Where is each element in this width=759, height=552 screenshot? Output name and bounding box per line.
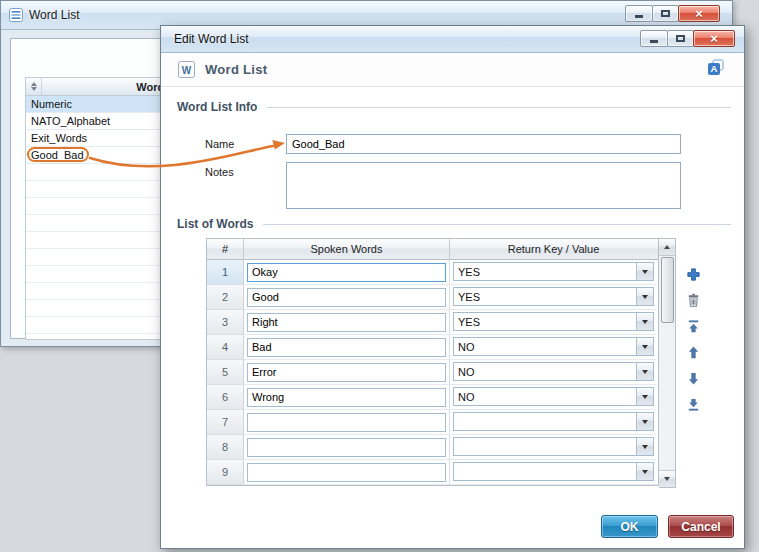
row-number: 5 — [207, 360, 244, 385]
row-number: 6 — [207, 385, 244, 410]
return-value-combobox[interactable]: YES — [453, 312, 654, 331]
scrollbar-thumb[interactable] — [661, 257, 674, 323]
ok-button[interactable]: OK — [601, 515, 658, 538]
return-value-cell — [450, 410, 657, 435]
word-row: 2 YES — [207, 285, 658, 310]
dialog-minimize-button[interactable] — [640, 30, 668, 47]
maximize-icon — [676, 35, 685, 42]
dialog-title: Edit Word List — [174, 32, 248, 46]
list-item-label: Good_Bad — [31, 149, 84, 161]
sort-icon[interactable] — [26, 78, 42, 95]
list-item-label: Numeric — [31, 98, 72, 110]
dialog-maximize-button[interactable] — [667, 30, 694, 47]
move-up-button[interactable] — [685, 344, 701, 360]
word-row: 5 NO — [207, 360, 658, 385]
row-number: 9 — [207, 460, 244, 485]
spoken-word-input[interactable] — [247, 463, 446, 482]
row-number: 4 — [207, 335, 244, 360]
words-table: # Spoken Words Return Key / Value 1 YES — [206, 238, 659, 486]
spoken-word-cell — [244, 410, 450, 435]
add-row-button[interactable] — [685, 266, 701, 282]
combobox-value: NO — [454, 391, 636, 403]
chevron-down-icon[interactable] — [636, 263, 653, 280]
dialog-window-controls: × — [641, 30, 735, 47]
chevron-down-icon[interactable] — [636, 338, 653, 355]
return-value-combobox[interactable]: NO — [453, 337, 654, 356]
chevron-down-icon[interactable] — [636, 438, 653, 455]
chevron-down-icon[interactable] — [636, 288, 653, 305]
return-value-combobox[interactable]: YES — [453, 287, 654, 306]
cancel-button[interactable]: Cancel — [668, 515, 734, 538]
return-value-combobox[interactable] — [453, 412, 654, 431]
minimize-button[interactable] — [625, 5, 653, 22]
spoken-word-input[interactable] — [247, 263, 446, 282]
close-button[interactable]: × — [678, 5, 720, 22]
delete-row-button[interactable] — [685, 292, 701, 308]
word-row: 7 — [207, 410, 658, 435]
chevron-down-icon[interactable] — [636, 463, 653, 480]
spoken-word-input[interactable] — [247, 338, 446, 357]
spoken-word-input[interactable] — [247, 288, 446, 307]
spoken-word-input[interactable] — [247, 363, 446, 382]
notes-field[interactable] — [286, 162, 681, 209]
minimize-icon — [635, 15, 643, 18]
return-value-cell — [450, 460, 657, 485]
words-table-body: 1 YES 2 YES — [206, 260, 659, 486]
language-icon[interactable]: A — [707, 59, 727, 81]
return-value-cell: NO — [450, 385, 657, 410]
words-table-header: # Spoken Words Return Key / Value — [206, 238, 659, 260]
return-value-combobox[interactable] — [453, 437, 654, 456]
return-value-cell: YES — [450, 285, 657, 310]
scroll-up-button[interactable] — [659, 239, 675, 256]
chevron-down-icon[interactable] — [636, 313, 653, 330]
chevron-down-icon[interactable] — [636, 388, 653, 405]
move-top-button[interactable] — [685, 318, 701, 334]
chevron-down-icon[interactable] — [636, 413, 653, 430]
list-item-label: Exit_Words — [31, 132, 87, 144]
return-value-combobox[interactable] — [453, 462, 654, 481]
return-value-combobox[interactable]: YES — [453, 262, 654, 281]
move-bottom-button[interactable] — [685, 396, 701, 412]
return-value-combobox[interactable]: NO — [453, 387, 654, 406]
column-header-spoken-words: Spoken Words — [244, 239, 450, 259]
chevron-down-icon[interactable] — [636, 363, 653, 380]
name-label: Name — [205, 138, 234, 150]
move-bottom-icon — [686, 397, 701, 412]
word-list-app-icon — [9, 8, 23, 22]
spoken-word-cell — [244, 285, 450, 310]
name-field[interactable] — [286, 134, 681, 154]
word-row: 6 NO — [207, 385, 658, 410]
spoken-word-input[interactable] — [247, 313, 446, 332]
scroll-up-icon — [664, 245, 670, 249]
list-of-words-section: List of Words — [177, 217, 731, 231]
word-list-info-section: Word List Info — [177, 100, 731, 114]
return-value-cell: YES — [450, 260, 657, 285]
scroll-down-button[interactable] — [659, 470, 675, 487]
return-value-combobox[interactable]: NO — [453, 362, 654, 381]
table-scrollbar[interactable] — [659, 238, 676, 488]
row-number: 1 — [207, 260, 244, 285]
list-item-label: NATO_Alphabet — [31, 115, 110, 127]
arrow-up-icon — [686, 345, 701, 360]
minimize-icon — [650, 40, 658, 43]
close-icon: × — [710, 32, 718, 45]
row-number: 8 — [207, 435, 244, 460]
spoken-word-cell — [244, 335, 450, 360]
word-row: 3 YES — [207, 310, 658, 335]
combobox-value: NO — [454, 341, 636, 353]
maximize-button[interactable] — [652, 5, 679, 22]
word-row: 8 — [207, 435, 658, 460]
move-down-button[interactable] — [685, 370, 701, 386]
trash-icon — [686, 293, 701, 308]
screen: Word List × Word List Name Numeric NATO_… — [0, 0, 759, 552]
dialog-close-button[interactable]: × — [693, 30, 735, 47]
spoken-word-input[interactable] — [247, 388, 446, 407]
spoken-word-input[interactable] — [247, 413, 446, 432]
spoken-word-cell — [244, 360, 450, 385]
spoken-word-input[interactable] — [247, 438, 446, 457]
return-value-cell: YES — [450, 310, 657, 335]
combobox-value: NO — [454, 366, 636, 378]
word-row: 1 YES — [207, 260, 658, 285]
section-divider — [267, 107, 731, 108]
section-divider — [263, 224, 731, 225]
